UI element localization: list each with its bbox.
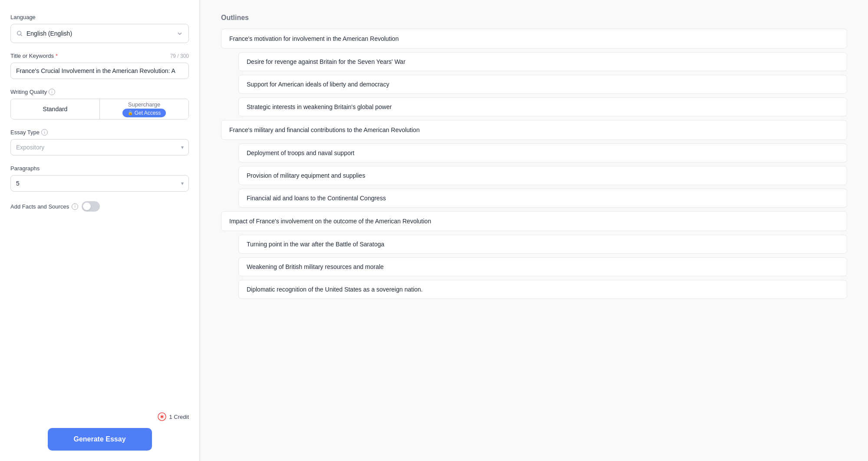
toggle-knob: [83, 202, 91, 210]
title-input[interactable]: [10, 63, 189, 79]
get-access-badge[interactable]: 🔒 Get Access: [122, 109, 166, 117]
outline-sub-item[interactable]: Financial aid and loans to the Continent…: [238, 189, 847, 208]
outlines-container: France's motivation for involvement in t…: [221, 29, 847, 299]
facts-row: Add Facts and Sources i: [10, 201, 189, 212]
essay-type-help-icon[interactable]: i: [41, 129, 48, 136]
credit-row: 1 Credit: [10, 412, 189, 421]
outline-sub-item[interactable]: Desire for revenge against Britain for t…: [238, 52, 847, 71]
language-label: Language: [10, 14, 189, 20]
chevron-down-icon: [176, 30, 183, 37]
lock-icon: 🔒: [128, 110, 133, 115]
writing-quality-help-icon[interactable]: i: [49, 89, 55, 95]
svg-point-4: [161, 416, 163, 418]
essay-type-label: Essay Type i: [10, 129, 189, 136]
facts-label: Add Facts and Sources i: [10, 203, 78, 210]
paragraphs-field-group: Paragraphs 5 ▾: [10, 165, 189, 192]
paragraphs-label: Paragraphs: [10, 165, 189, 172]
outline-sub-item[interactable]: Weakening of British military resources …: [238, 257, 847, 276]
required-indicator: *: [56, 53, 58, 59]
generate-essay-button[interactable]: Generate Essay: [48, 428, 152, 451]
writing-quality-toggle: Standard Supercharge 🔒 Get Access: [10, 99, 189, 119]
language-select[interactable]: English (English): [10, 24, 189, 43]
credit-text: 1 Credit: [169, 414, 189, 420]
language-field-group: Language English (English): [10, 14, 189, 43]
outline-main-item[interactable]: France's military and financial contribu…: [221, 120, 847, 140]
outlines-title: Outlines: [221, 14, 847, 22]
outline-sub-item[interactable]: Support for American ideals of liberty a…: [238, 75, 847, 94]
outline-main-item[interactable]: Impact of France's involvement on the ou…: [221, 211, 847, 231]
writing-quality-group: Writing Quality i Standard Supercharge 🔒…: [10, 89, 189, 119]
paragraphs-select-wrapper: 5 ▾: [10, 175, 189, 192]
essay-type-select[interactable]: Expository: [10, 139, 189, 156]
outline-sub-item[interactable]: Deployment of troops and naval support: [238, 143, 847, 163]
left-panel: Language English (English) Title or Keyw…: [0, 0, 200, 461]
credit-icon: [158, 412, 166, 421]
facts-help-icon[interactable]: i: [72, 203, 78, 210]
writing-quality-label: Writing Quality i: [10, 89, 189, 95]
standard-option[interactable]: Standard: [11, 99, 99, 119]
right-panel: Outlines France's motivation for involve…: [200, 0, 868, 461]
search-icon: [16, 30, 23, 37]
title-label: Title or Keywords * 79 / 300: [10, 53, 189, 59]
char-count: 79 / 300: [170, 53, 189, 59]
language-value: English (English): [26, 30, 176, 37]
svg-point-0: [17, 31, 21, 35]
outline-main-item[interactable]: France's motivation for involvement in t…: [221, 29, 847, 49]
outline-sub-item[interactable]: Turning point in the war after the Battl…: [238, 235, 847, 254]
svg-line-1: [21, 35, 22, 36]
supercharge-label: Supercharge: [128, 101, 160, 108]
outline-sub-item[interactable]: Provision of military equipment and supp…: [238, 166, 847, 185]
outline-sub-item[interactable]: Strategic interests in weakening Britain…: [238, 97, 847, 116]
paragraphs-select[interactable]: 5: [10, 175, 189, 192]
facts-toggle[interactable]: [82, 201, 100, 212]
supercharge-option[interactable]: Supercharge 🔒 Get Access: [100, 99, 188, 119]
outline-sub-item[interactable]: Diplomatic recognition of the United Sta…: [238, 280, 847, 299]
title-field-group: Title or Keywords * 79 / 300: [10, 53, 189, 79]
essay-type-select-wrapper: Expository ▾: [10, 139, 189, 156]
essay-type-field-group: Essay Type i Expository ▾: [10, 129, 189, 156]
